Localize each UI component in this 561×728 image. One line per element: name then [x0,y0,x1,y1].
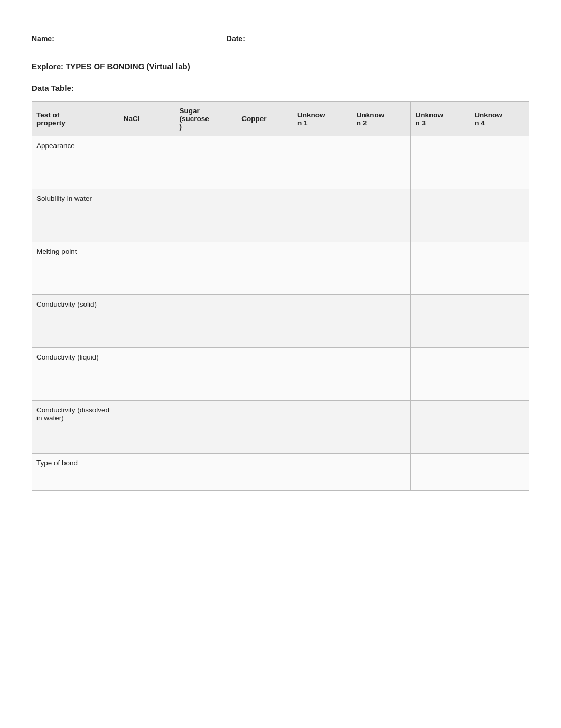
cell-data[interactable] [470,136,529,189]
col-header-nacl: NaCl [119,102,175,136]
name-field: Name: [32,32,205,43]
cell-data[interactable] [119,295,175,348]
cell-data[interactable] [175,454,237,491]
cell-data[interactable] [411,136,470,189]
cell-data[interactable] [411,295,470,348]
table-row: Type of bond [32,454,529,491]
cell-property: Solubility in water [32,189,119,242]
cell-data[interactable] [175,401,237,454]
cell-data[interactable] [293,454,352,491]
cell-data[interactable] [293,189,352,242]
cell-data[interactable] [119,136,175,189]
col-header-unkn4: Unknown 4 [470,102,529,136]
cell-data[interactable] [352,136,411,189]
data-table-label: Data Table: [32,84,529,93]
cell-data[interactable] [411,454,470,491]
col-header-property: Test ofproperty [32,102,119,136]
cell-data[interactable] [237,401,293,454]
cell-data[interactable] [411,242,470,295]
cell-data[interactable] [293,136,352,189]
header-row: Name: Date: [32,32,529,43]
col-header-unkn1: Unknown 1 [293,102,352,136]
cell-data[interactable] [175,189,237,242]
col-header-unkn3: Unknown 3 [411,102,470,136]
cell-data[interactable] [470,454,529,491]
cell-data[interactable] [470,295,529,348]
cell-data[interactable] [293,348,352,401]
cell-data[interactable] [175,242,237,295]
date-field: Date: [227,32,343,43]
cell-data[interactable] [237,136,293,189]
cell-data[interactable] [411,401,470,454]
cell-data[interactable] [237,189,293,242]
table-row: Conductivity (solid) [32,295,529,348]
cell-data[interactable] [411,189,470,242]
col-header-unkn2: Unknown 2 [352,102,411,136]
cell-data[interactable] [175,348,237,401]
cell-data[interactable] [119,454,175,491]
data-table: Test ofproperty NaCl Sugar(sucrose) Copp… [32,101,529,491]
cell-data[interactable] [119,189,175,242]
cell-data[interactable] [352,242,411,295]
name-line [58,32,205,41]
name-label: Name: [32,34,54,43]
cell-data[interactable] [237,454,293,491]
cell-data[interactable] [470,242,529,295]
cell-data[interactable] [470,348,529,401]
cell-property: Conductivity (liquid) [32,348,119,401]
col-header-copper: Copper [237,102,293,136]
table-row: Solubility in water [32,189,529,242]
cell-property: Type of bond [32,454,119,491]
cell-property: Appearance [32,136,119,189]
cell-data[interactable] [237,242,293,295]
table-header-row: Test ofproperty NaCl Sugar(sucrose) Copp… [32,102,529,136]
table-row: Conductivity (liquid) [32,348,529,401]
cell-data[interactable] [237,348,293,401]
cell-data[interactable] [352,401,411,454]
cell-property: Conductivity (solid) [32,295,119,348]
cell-data[interactable] [293,242,352,295]
cell-property: Melting point [32,242,119,295]
date-line [248,32,343,41]
cell-data[interactable] [352,295,411,348]
cell-data[interactable] [352,348,411,401]
cell-data[interactable] [237,295,293,348]
cell-data[interactable] [470,401,529,454]
cell-data[interactable] [119,348,175,401]
cell-data[interactable] [175,136,237,189]
cell-data[interactable] [175,295,237,348]
cell-data[interactable] [470,189,529,242]
cell-data[interactable] [119,401,175,454]
cell-data[interactable] [411,348,470,401]
cell-property: Conductivity (dissolved in water) [32,401,119,454]
cell-data[interactable] [352,454,411,491]
col-header-sugar: Sugar(sucrose) [175,102,237,136]
page-title: Explore: TYPES OF BONDING (Virtual lab) [32,62,529,71]
cell-data[interactable] [119,242,175,295]
cell-data[interactable] [293,295,352,348]
date-label: Date: [227,34,245,43]
table-row: Appearance [32,136,529,189]
cell-data[interactable] [293,401,352,454]
cell-data[interactable] [352,189,411,242]
table-row: Melting point [32,242,529,295]
table-row: Conductivity (dissolved in water) [32,401,529,454]
